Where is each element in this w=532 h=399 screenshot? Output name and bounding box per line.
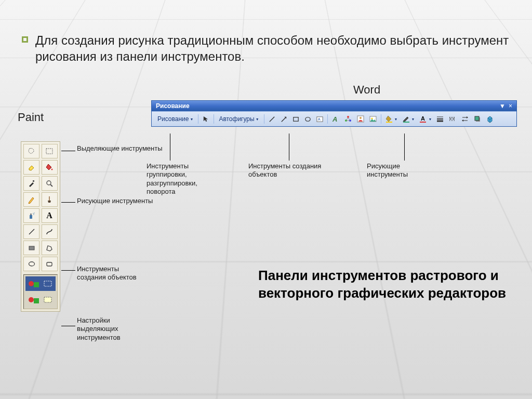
svg-point-3 — [305, 117, 310, 121]
svg-line-0 — [269, 116, 274, 121]
svg-line-32 — [50, 184, 52, 187]
svg-rect-40 — [29, 246, 34, 250]
free-select-icon[interactable] — [23, 144, 39, 158]
eraser-icon[interactable] — [23, 160, 39, 175]
anno-paint-options: Настройки выделяющих инструментов — [77, 316, 139, 342]
svg-line-1 — [281, 117, 285, 122]
oval-tool-icon[interactable] — [302, 114, 313, 124]
pencil-icon[interactable] — [23, 192, 39, 207]
autoshapes-menu-button[interactable]: Автофигуры▼ — [216, 114, 261, 124]
svg-point-37 — [34, 212, 34, 213]
fill-icon[interactable] — [42, 160, 58, 175]
rectangle-tool-icon[interactable] — [290, 114, 301, 124]
paint-toolbox: A — [21, 141, 60, 312]
toolbar-title: Рисование — [156, 102, 190, 110]
anno-word-draw: Рисующие инструменты — [367, 162, 434, 179]
arrow-style-icon[interactable] — [459, 114, 471, 124]
paint-options-panel — [23, 274, 58, 309]
zoom-icon[interactable] — [42, 176, 58, 191]
polygon-icon[interactable] — [42, 241, 58, 255]
label-word: Word — [353, 83, 380, 97]
anno-paint-draw: Рисующие инструменты — [77, 197, 153, 205]
svg-rect-14 — [386, 122, 392, 123]
bullet-icon — [22, 36, 28, 43]
shadow-icon[interactable] — [472, 114, 483, 124]
anno-paint-shapes: Инструменты создания объектов — [77, 265, 144, 282]
curve-icon[interactable] — [42, 224, 58, 239]
svg-rect-42 — [47, 262, 52, 266]
diagram-icon[interactable] — [342, 114, 354, 124]
svg-text:A: A — [317, 117, 320, 122]
line-tool-icon[interactable] — [267, 114, 277, 124]
textbox-tool-icon[interactable]: A — [314, 114, 325, 124]
picture-icon[interactable] — [367, 114, 379, 124]
rectangle-icon[interactable] — [23, 241, 39, 255]
main-bullet: Для создания рисунка традиционным способ… — [22, 32, 511, 64]
svg-point-38 — [33, 214, 34, 215]
toolbar-titlebar[interactable]: Рисование ▼ × — [152, 101, 516, 111]
svg-rect-44 — [44, 297, 51, 302]
svg-rect-15 — [403, 122, 409, 123]
toolbar-body: Рисование▼ Автофигуры▼ A A ▼ ▼ A▼ — [152, 111, 516, 126]
word-drawing-toolbar: Рисование ▼ × Рисование▼ Автофигуры▼ A A — [151, 100, 517, 127]
svg-point-36 — [33, 213, 33, 214]
select-arrow-icon[interactable] — [201, 114, 211, 124]
clipart-icon[interactable] — [355, 114, 366, 124]
fill-color-icon[interactable]: ▼ — [383, 114, 400, 124]
dash-style-icon[interactable] — [447, 114, 458, 124]
svg-rect-35 — [30, 214, 32, 215]
wordart-icon[interactable]: A — [330, 114, 341, 124]
svg-rect-2 — [293, 117, 298, 121]
svg-point-29 — [51, 169, 53, 170]
label-paint: Paint — [18, 111, 44, 124]
toolbar-close-icon[interactable]: × — [509, 102, 512, 110]
rounded-rect-icon[interactable] — [42, 257, 58, 271]
svg-point-11 — [360, 117, 362, 119]
svg-rect-43 — [44, 281, 51, 286]
threed-icon[interactable] — [484, 114, 496, 124]
font-color-icon[interactable]: A▼ — [417, 114, 433, 124]
svg-rect-28 — [46, 149, 52, 154]
option-opaque-bg[interactable] — [25, 292, 56, 307]
text-icon[interactable]: A — [42, 208, 58, 223]
rect-select-icon[interactable] — [42, 144, 58, 158]
subtitle: Панели инструментов растрового и векторн… — [258, 267, 532, 302]
anno-paint-select: Выделяющие инструменты — [77, 144, 163, 153]
svg-rect-17 — [420, 122, 426, 123]
ellipse-icon[interactable] — [23, 257, 39, 271]
line-weight-icon[interactable] — [434, 114, 446, 124]
svg-text:A: A — [421, 115, 425, 122]
arrow-tool-icon[interactable] — [278, 114, 289, 124]
brush-icon[interactable] — [42, 192, 58, 207]
svg-rect-33 — [49, 196, 50, 201]
spray-icon[interactable] — [23, 208, 39, 223]
svg-rect-34 — [30, 215, 32, 219]
svg-rect-27 — [475, 116, 479, 121]
toolbar-dropdown-icon[interactable]: ▼ — [499, 102, 506, 110]
line-color-icon[interactable]: ▼ — [401, 114, 417, 124]
svg-line-39 — [29, 229, 34, 234]
svg-point-31 — [47, 181, 51, 185]
svg-point-41 — [29, 262, 34, 266]
main-text: Для создания рисунка традиционным способ… — [35, 32, 511, 64]
draw-menu-button[interactable]: Рисование▼ — [155, 114, 196, 124]
svg-point-7 — [347, 116, 349, 118]
picker-icon[interactable] — [23, 176, 39, 191]
option-transparent-bg[interactable] — [25, 276, 56, 291]
svg-rect-30 — [33, 180, 34, 182]
anno-word-shapes: Инструменты создания объектов — [248, 162, 331, 179]
svg-text:A: A — [332, 115, 337, 123]
line-icon[interactable] — [23, 224, 39, 239]
anno-word-group: Инструменты группировки, разгруппировки,… — [147, 162, 214, 196]
